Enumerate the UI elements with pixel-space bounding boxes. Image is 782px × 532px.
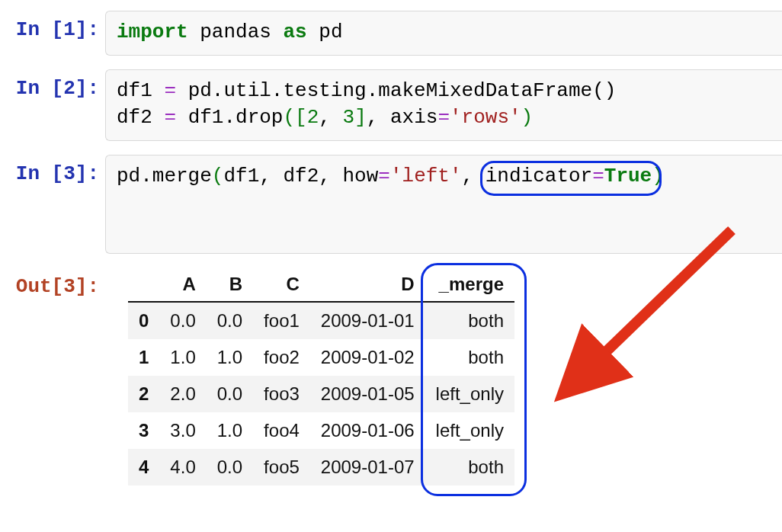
table-cell: left_only <box>425 412 514 449</box>
str-left: 'left' <box>390 165 462 187</box>
table-cell: 2009-01-07 <box>310 449 425 486</box>
row-index: 4 <box>128 449 159 486</box>
table-cell: foo3 <box>253 376 310 412</box>
call-merge: pd.merge <box>117 165 212 187</box>
sp <box>271 21 284 43</box>
code-box-2[interactable]: df1 = pd.util.testing.makeMixedDataFrame… <box>105 69 782 141</box>
rbracket: ] <box>354 106 367 129</box>
table-cell: foo5 <box>253 449 310 486</box>
op-eqi: = <box>592 165 604 187</box>
kw-import: import <box>117 21 188 43</box>
table-corner <box>128 268 159 302</box>
prompt-in-1: In [1]: <box>0 11 105 41</box>
lpar3: ( <box>212 165 224 187</box>
comma-b: , <box>319 165 331 187</box>
table-row: 00.00.0foo12009-01-01both <box>128 302 514 339</box>
table-cell: both <box>425 339 514 376</box>
op-eq2: = <box>164 106 176 129</box>
table-cell: 1.0 <box>207 339 253 376</box>
table-cell: 1.0 <box>159 339 206 376</box>
table-cell: 0.0 <box>207 376 253 412</box>
op-eq: = <box>164 79 176 102</box>
table-row: 11.01.0foo22009-01-02both <box>128 339 514 376</box>
column-header: A <box>159 268 206 302</box>
rpar3: ) <box>652 165 664 187</box>
comma2: , <box>367 106 379 129</box>
table-cell: 0.0 <box>207 449 253 486</box>
code-box-3[interactable]: pd.merge(df1, df2, how='left', indicator… <box>105 155 782 253</box>
val-true: True <box>604 165 652 187</box>
table-body: 00.00.0foo12009-01-01both11.01.0foo22009… <box>128 302 514 486</box>
row-index: 3 <box>128 412 159 449</box>
id-df2: df2 <box>117 106 152 129</box>
column-header: D <box>310 268 425 302</box>
table-cell: left_only <box>425 376 514 412</box>
sp <box>188 21 200 43</box>
kw-indicator: indicator <box>486 165 592 187</box>
cell-in-2: In [2]: df1 = pd.util.testing.makeMixedD… <box>0 69 782 141</box>
code-box-1[interactable]: import pandas as pd <box>105 11 782 56</box>
table-cell: 2009-01-02 <box>310 339 425 376</box>
id-pandas: pandas <box>200 21 271 43</box>
num-2: 2 <box>307 106 319 129</box>
table-cell: 1.0 <box>207 412 253 449</box>
kw-how: how <box>343 165 379 187</box>
row-index: 0 <box>128 302 159 339</box>
call-drop: df1.drop <box>188 106 284 129</box>
comma: , <box>319 106 331 129</box>
expr-makedf: pd.util.testing.makeMixedDataFrame() <box>188 79 617 102</box>
table-cell: 0.0 <box>159 302 206 339</box>
table-cell: foo1 <box>253 302 310 339</box>
column-header: B <box>207 268 253 302</box>
table-cell: foo4 <box>253 412 310 449</box>
table-cell: both <box>425 449 514 486</box>
id-df1: df1 <box>117 79 152 102</box>
arg-df2: df2 <box>283 165 319 187</box>
notebook: In [1]: import pandas as pd In [2]: df1 … <box>0 0 782 514</box>
row-index: 1 <box>128 339 159 376</box>
table-cell: both <box>425 302 514 339</box>
table-cell: foo2 <box>253 339 310 376</box>
table-cell: 0.0 <box>207 302 253 339</box>
table-cell: 4.0 <box>159 449 206 486</box>
output-area: ABCD_merge 00.00.0foo12009-01-01both11.0… <box>105 268 782 486</box>
table-row: 44.00.0foo52009-01-07both <box>128 449 514 486</box>
cell-out-3: Out[3]: ABCD_merge 00.00.0foo12009-01-01… <box>0 268 782 486</box>
cell-in-3: In [3]: pd.merge(df1, df2, how='left', i… <box>0 155 782 253</box>
table-cell: 2009-01-01 <box>310 302 425 339</box>
column-header: C <box>253 268 310 302</box>
row-index: 2 <box>128 376 159 412</box>
op-eqh: = <box>378 165 390 187</box>
arg-df1: df1 <box>223 165 259 187</box>
kw-as: as <box>283 21 306 43</box>
rpar: ) <box>521 106 534 129</box>
table-header-row: ABCD_merge <box>128 268 514 302</box>
id-pd: pd <box>319 21 342 43</box>
column-header: _merge <box>425 268 514 302</box>
lpar: ( <box>283 106 295 129</box>
table-cell: 2009-01-06 <box>310 412 425 449</box>
lbracket: [ <box>295 106 307 129</box>
comma-a: , <box>259 165 271 187</box>
prompt-in-3: In [3]: <box>0 155 105 185</box>
table-cell: 2009-01-05 <box>310 376 425 412</box>
cell-in-1: In [1]: import pandas as pd <box>0 11 782 56</box>
op-eq3: = <box>437 106 450 129</box>
prompt-out-3: Out[3]: <box>0 268 105 298</box>
str-rows: 'rows' <box>450 106 521 129</box>
num-3: 3 <box>343 106 355 129</box>
table-row: 22.00.0foo32009-01-05left_only <box>128 376 514 412</box>
sp <box>307 21 319 43</box>
table-cell: 3.0 <box>159 412 206 449</box>
prompt-in-2: In [2]: <box>0 69 105 100</box>
kw-axis: axis <box>390 106 437 129</box>
dataframe-table: ABCD_merge 00.00.0foo12009-01-01both11.0… <box>128 268 514 486</box>
comma-c: , <box>462 165 474 187</box>
table-cell: 2.0 <box>159 376 206 412</box>
table-row: 33.01.0foo42009-01-06left_only <box>128 412 514 449</box>
